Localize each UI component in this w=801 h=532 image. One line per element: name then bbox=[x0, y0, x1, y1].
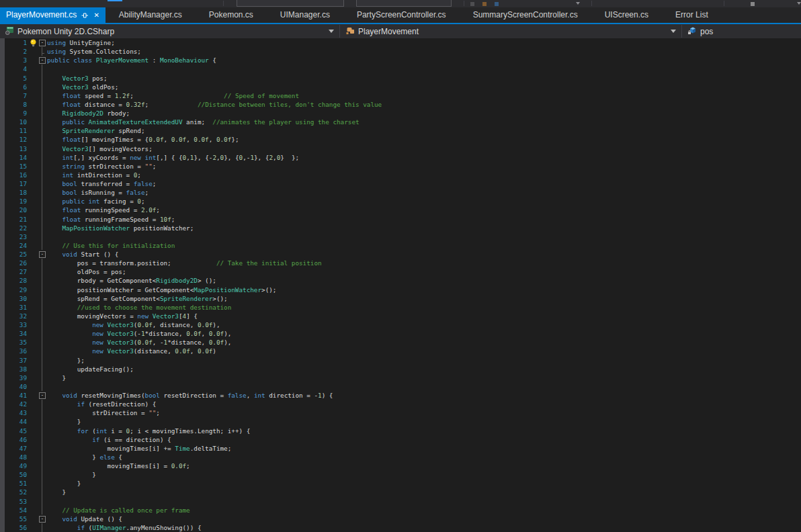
breakpoint-margin[interactable] bbox=[0, 347, 5, 355]
breakpoint-margin[interactable] bbox=[0, 109, 5, 118]
breakpoint-margin[interactable] bbox=[0, 188, 5, 197]
breakpoint-margin[interactable] bbox=[0, 162, 5, 171]
code-line[interactable]: 33 new Vector3(0.0f, distance, 0.0f), bbox=[0, 320, 801, 329]
breakpoint-margin[interactable] bbox=[0, 479, 5, 488]
breakpoint-margin[interactable] bbox=[0, 435, 5, 444]
breakpoint-margin[interactable] bbox=[0, 497, 5, 506]
breakpoint-margin[interactable] bbox=[0, 250, 5, 259]
code-line[interactable]: 22 MapPositionWatcher positionWatcher; bbox=[0, 224, 801, 232]
code-line[interactable]: 26 pos = transform.position; // Take the… bbox=[0, 259, 801, 267]
type-dropdown[interactable]: PlayerMovement bbox=[340, 24, 681, 38]
code-line[interactable]: 6 Vector3 oldPos; bbox=[0, 83, 801, 91]
code-line[interactable]: 51 } bbox=[0, 479, 801, 488]
code-line[interactable]: 39 } bbox=[0, 373, 801, 382]
breakpoint-margin[interactable] bbox=[0, 506, 5, 515]
breakpoint-margin[interactable] bbox=[0, 276, 5, 285]
breakpoint-margin[interactable] bbox=[0, 118, 5, 126]
code-line[interactable]: 44 } bbox=[0, 417, 801, 426]
breakpoint-margin[interactable] bbox=[0, 153, 5, 162]
code-line[interactable]: 2using System.Collections; bbox=[0, 47, 801, 56]
code-line[interactable]: 45 for (int i = 0; i < movingTimes.Lengt… bbox=[0, 427, 801, 435]
code-line[interactable]: 41- void resetMovingTimes(bool resetDire… bbox=[0, 391, 801, 400]
breakpoint-margin[interactable] bbox=[0, 56, 5, 64]
breakpoint-margin[interactable] bbox=[0, 427, 5, 435]
breakpoint-margin[interactable] bbox=[0, 312, 5, 320]
fold-toggle[interactable]: - bbox=[38, 56, 47, 64]
code-line[interactable]: 54 // Update is called once per frame bbox=[0, 506, 801, 515]
code-line[interactable]: 11 SpriteRenderer spRend; bbox=[0, 126, 801, 135]
project-dropdown[interactable]: Pokemon Unity 2D.CSharp bbox=[0, 24, 339, 38]
code-line[interactable]: 4 bbox=[0, 64, 801, 73]
tab-error-list[interactable]: Error List bbox=[662, 7, 722, 23]
code-line[interactable]: 14 int[,] xyCoords = new int[,] { {0,1},… bbox=[0, 153, 801, 162]
breakpoint-margin[interactable] bbox=[0, 144, 5, 153]
code-line[interactable]: 10 public AnimatedTextureExtendedUV anim… bbox=[0, 118, 801, 126]
code-line[interactable]: 34 new Vector3(-1*distance, 0.0f, 0.0f), bbox=[0, 329, 801, 338]
code-line[interactable]: 36 new Vector3(distance, 0.0f, 0.0f) bbox=[0, 347, 801, 355]
breakpoint-margin[interactable] bbox=[0, 382, 5, 391]
breakpoint-margin[interactable] bbox=[0, 373, 5, 382]
code-line[interactable]: 42 if (resetDirection) { bbox=[0, 400, 801, 408]
code-line[interactable]: 49 movingTimes[i] = 0.0f; bbox=[0, 461, 801, 470]
breakpoint-margin[interactable] bbox=[0, 408, 5, 417]
breakpoint-margin[interactable] bbox=[0, 135, 5, 144]
code-line[interactable]: 20 float runningSpeed = 2.0f; bbox=[0, 206, 801, 214]
tab-pokemon-cs[interactable]: Pokemon.cs bbox=[196, 7, 267, 23]
code-line[interactable]: 38 updateFacing(); bbox=[0, 365, 801, 373]
breakpoint-margin[interactable] bbox=[0, 215, 5, 224]
code-line[interactable]: 5 Vector3 pos; bbox=[0, 74, 801, 83]
code-line[interactable]: 50 } bbox=[0, 470, 801, 479]
code-line[interactable]: 35 new Vector3(0.0f, -1*distance, 0.0f), bbox=[0, 338, 801, 347]
breakpoint-margin[interactable] bbox=[0, 515, 5, 523]
breakpoint-margin[interactable] bbox=[0, 461, 5, 470]
breakpoint-margin[interactable] bbox=[0, 470, 5, 479]
breakpoint-margin[interactable] bbox=[0, 179, 5, 188]
code-line[interactable]: 56 if (UIManager.anyMenuShowing()) { bbox=[0, 523, 801, 532]
breakpoint-margin[interactable] bbox=[0, 197, 5, 206]
breakpoint-margin[interactable] bbox=[0, 329, 5, 338]
fold-toggle[interactable]: - bbox=[38, 250, 47, 259]
breakpoint-margin[interactable] bbox=[0, 338, 5, 347]
breakpoint-margin[interactable] bbox=[0, 100, 5, 109]
tab-uiscreen-cs[interactable]: UIScreen.cs bbox=[591, 7, 662, 23]
code-line[interactable]: 25- void Start () { bbox=[0, 250, 801, 259]
code-line[interactable]: 15 string strDirection = ""; bbox=[0, 162, 801, 171]
code-line[interactable]: 52 } bbox=[0, 488, 801, 496]
breakpoint-margin[interactable] bbox=[0, 303, 5, 312]
breakpoint-margin[interactable] bbox=[0, 232, 5, 241]
fold-toggle[interactable]: - bbox=[38, 391, 47, 400]
breakpoint-margin[interactable] bbox=[0, 83, 5, 91]
code-line[interactable]: 37 }; bbox=[0, 356, 801, 365]
code-line[interactable]: 13 Vector3[] movingVectors; bbox=[0, 144, 801, 153]
breakpoint-margin[interactable] bbox=[0, 64, 5, 73]
code-line[interactable]: 21 float runningFrameSpeed = 10f; bbox=[0, 215, 801, 224]
member-dropdown[interactable]: pos bbox=[682, 24, 801, 38]
close-icon[interactable]: ✕ bbox=[93, 12, 99, 19]
code-line[interactable]: 48 } else { bbox=[0, 453, 801, 461]
code-line[interactable]: 27 oldPos = pos; bbox=[0, 267, 801, 276]
breakpoint-margin[interactable] bbox=[0, 47, 5, 56]
code-line[interactable]: 32 movingVectors = new Vector3[4] { bbox=[0, 312, 801, 320]
pin-icon[interactable] bbox=[81, 12, 89, 19]
code-line[interactable]: 23 bbox=[0, 232, 801, 241]
breakpoint-margin[interactable] bbox=[0, 320, 5, 329]
breakpoint-margin[interactable] bbox=[0, 294, 5, 303]
code-line[interactable]: 7 float speed = 1.2f; // Speed of moveme… bbox=[0, 91, 801, 100]
code-line[interactable]: 18 bool isRunning = false; bbox=[0, 188, 801, 197]
breakpoint-margin[interactable] bbox=[0, 206, 5, 214]
breakpoint-margin[interactable] bbox=[0, 453, 5, 461]
breakpoint-margin[interactable] bbox=[0, 523, 5, 532]
code-line[interactable]: 29 positionWatcher = GetComponent<MapPos… bbox=[0, 285, 801, 294]
code-line[interactable]: 16 int intDirection = 0; bbox=[0, 171, 801, 179]
breakpoint-margin[interactable] bbox=[0, 171, 5, 179]
tab-summaryscreencontroller-cs[interactable]: SummaryScreenController.cs bbox=[460, 7, 591, 23]
fold-toggle[interactable]: - bbox=[38, 38, 47, 47]
breakpoint-margin[interactable] bbox=[0, 38, 5, 47]
code-line[interactable]: 43 strDirection = ""; bbox=[0, 408, 801, 417]
code-line[interactable]: 19 public int facing = 0; bbox=[0, 197, 801, 206]
breakpoint-margin[interactable] bbox=[0, 356, 5, 365]
tab-playermovement-cs[interactable]: PlayerMovement.cs✕ bbox=[0, 7, 106, 23]
lightbulb-icon[interactable] bbox=[30, 38, 38, 47]
breakpoint-margin[interactable] bbox=[0, 224, 5, 232]
breakpoint-margin[interactable] bbox=[0, 365, 5, 373]
